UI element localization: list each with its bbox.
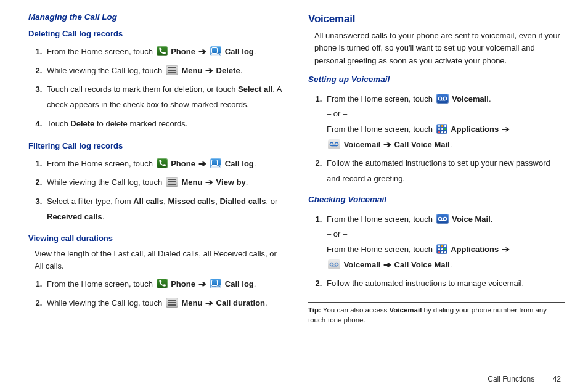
view-by-label: View by xyxy=(216,178,246,187)
phone-label: Phone xyxy=(171,279,195,288)
or-separator: – or – xyxy=(327,229,347,239)
text: You can also access xyxy=(321,306,390,314)
call-log-label: Call log xyxy=(225,279,254,288)
svg-point-4 xyxy=(335,142,338,145)
voicemail-gray-icon xyxy=(328,259,340,269)
tip-text: Tip: You can also access Voicemail by di… xyxy=(308,305,565,325)
list-item: While viewing the Call log, touch Menu ➔… xyxy=(44,62,285,81)
applications-label: Applications xyxy=(451,245,499,254)
heading-checking-voicemail: Checking Voicemail xyxy=(308,194,565,206)
text: Touch call records to mark them for dele… xyxy=(47,84,238,94)
arrow-icon: ➔ xyxy=(205,63,213,79)
voicemail-label: Voicemail xyxy=(389,306,422,314)
arrow-icon: ➔ xyxy=(205,296,213,311)
phone-label: Phone xyxy=(171,159,195,168)
voicemail-label: Voicemail xyxy=(344,140,381,149)
page-content: Managing the Call Log Deleting Call log … xyxy=(0,0,588,332)
list-item: From the Home screen, touch Phone ➔ Call… xyxy=(44,155,285,174)
checking-voicemail-steps: From the Home screen, touch Voice Mail. … xyxy=(324,210,565,293)
call-log-label: Call log xyxy=(225,47,254,56)
text: From the Home screen, touch xyxy=(47,159,155,168)
applications-icon xyxy=(436,244,447,254)
heading-viewing-durations: Viewing call durations xyxy=(28,232,285,245)
text: From the Home screen, touch xyxy=(327,214,435,224)
list-item: From the Home screen, touch Voice Mail. … xyxy=(324,210,565,275)
call-log-icon: Call log xyxy=(210,158,221,168)
svg-point-7 xyxy=(443,217,446,220)
tip-label: Tip: xyxy=(308,306,321,314)
menu-label: Menu xyxy=(181,66,202,75)
text: . xyxy=(246,178,248,187)
text: From the Home screen, touch xyxy=(47,279,155,288)
arrow-icon: ➔ xyxy=(502,122,510,137)
list-item: From the Home screen, touch Phone ➔ Call… xyxy=(44,275,285,294)
list-item: Touch call records to mark them for dele… xyxy=(44,80,285,114)
footer-page-number: 42 xyxy=(553,375,561,383)
call-duration-label: Call duration xyxy=(216,298,265,308)
list-item: Select a filter type, from All calls, Mi… xyxy=(44,192,285,226)
call-voice-mail-label: Call Voice Mail xyxy=(394,140,450,149)
setup-voicemail-steps: From the Home screen, touch Voicemail. –… xyxy=(324,90,565,189)
arrow-icon: ➔ xyxy=(383,258,391,273)
call-log-label: Call log xyxy=(225,159,254,168)
call-log-icon: Call log xyxy=(210,46,221,56)
svg-point-6 xyxy=(438,217,441,220)
voicemail-label: Voicemail xyxy=(452,94,489,104)
list-item: While viewing the Call log, touch Menu ➔… xyxy=(44,294,285,313)
voicemail-icon xyxy=(436,214,449,224)
text: While viewing the Call log, touch xyxy=(47,66,165,75)
text: Touch xyxy=(47,119,70,128)
tip-divider xyxy=(308,302,565,303)
text: . xyxy=(102,212,105,221)
filter-option: Missed calls xyxy=(168,197,216,206)
text: From the Home screen, touch xyxy=(327,125,435,134)
text: . xyxy=(450,260,452,269)
durations-intro: View the length of the Last call, all Di… xyxy=(35,248,285,272)
delete-label: Delete xyxy=(216,66,240,75)
phone-icon xyxy=(157,46,168,56)
list-item: Follow the automated instructions to man… xyxy=(324,274,565,293)
menu-icon xyxy=(166,65,178,75)
menu-icon xyxy=(166,298,178,308)
heading-filtering-records: Filtering Call log records xyxy=(28,140,285,152)
text: . xyxy=(489,94,491,104)
select-all-label: Select all xyxy=(238,84,272,94)
text: . xyxy=(265,298,267,308)
deleting-steps: From the Home screen, touch Phone ➔ Call… xyxy=(44,43,285,133)
text: . xyxy=(254,47,256,56)
heading-deleting-records: Deleting Call log records xyxy=(28,28,285,40)
left-column: Managing the Call Log Deleting Call log … xyxy=(28,11,285,332)
svg-point-10 xyxy=(335,263,338,266)
call-voice-mail-label: Call Voice Mail xyxy=(394,260,450,269)
filter-option: All calls xyxy=(133,197,163,206)
menu-label: Menu xyxy=(181,178,202,187)
list-item: Touch Delete to delete marked records. xyxy=(44,115,285,134)
list-item: From the Home screen, touch Phone ➔ Call… xyxy=(44,43,285,62)
heading-setting-up-voicemail: Setting up Voicemail xyxy=(308,73,565,86)
phone-icon xyxy=(157,158,168,168)
list-item: From the Home screen, touch Voicemail. –… xyxy=(324,90,565,155)
filtering-steps: From the Home screen, touch Phone ➔ Call… xyxy=(44,155,285,227)
page-footer: Call Functions 42 xyxy=(488,375,561,383)
text: While viewing the Call log, touch xyxy=(47,178,165,187)
voicemail-gray-icon xyxy=(328,139,340,149)
text: . xyxy=(254,279,256,288)
tip-divider xyxy=(308,329,565,329)
phone-icon xyxy=(157,279,168,288)
arrow-icon: ➔ xyxy=(502,242,510,258)
voicemail-intro: All unanswered calls to your phone are s… xyxy=(314,30,565,67)
text: , or xyxy=(266,197,278,206)
svg-point-1 xyxy=(443,97,446,100)
voicemail-icon xyxy=(436,94,449,104)
voice-mail-label: Voice Mail xyxy=(452,214,491,224)
voicemail-label: Voicemail xyxy=(344,260,381,269)
call-log-icon: Call log xyxy=(210,279,221,288)
svg-point-3 xyxy=(330,142,333,145)
or-separator: – or – xyxy=(327,109,347,118)
text: . xyxy=(240,66,243,75)
text: Select a filter type, from xyxy=(47,197,133,206)
applications-icon xyxy=(436,124,447,134)
text: . xyxy=(254,159,256,168)
list-item: Follow the automated instructions to set… xyxy=(324,154,565,188)
filter-option: Received calls xyxy=(47,212,102,221)
